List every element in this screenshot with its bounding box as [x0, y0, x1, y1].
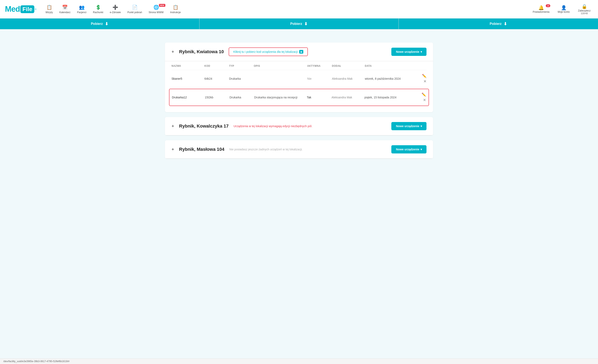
download-button-3[interactable]: Pobierz ⬇: [399, 18, 598, 29]
row-2-opis: Drukarka stacjonująca na recepcji: [254, 96, 307, 99]
location-2-warning: Urządzenia w tej lokalizacji wymagają ed…: [234, 124, 312, 128]
device-table-1: NAZWA KOD TYP OPIS AKTYWNA DODAŁ DATA Sk…: [165, 61, 433, 112]
location-3-new-device-arrow: ▾: [421, 148, 422, 151]
nav-pacjenci[interactable]: 👥 Pacjenci: [75, 3, 89, 16]
th-aktywna: AKTYWNA: [307, 65, 332, 67]
moje-konto-label: Moje konto: [558, 10, 570, 13]
row-2-delete-icon[interactable]: ✕: [423, 98, 426, 102]
row-2-dodal: Aleksandra Mak: [332, 96, 364, 99]
th-data: DATA: [365, 65, 414, 67]
logo-med: Med: [5, 5, 20, 14]
row-1-kod: 64k24: [204, 77, 229, 80]
logo-file: File: [20, 5, 34, 13]
location-2-new-device-label: Nowe urządzenie: [396, 124, 419, 128]
row-2-data: piątek, 15 listopada 2024: [364, 96, 414, 99]
wizyty-label: Wizyty: [45, 11, 53, 14]
location-1-expand-icon[interactable]: +: [172, 49, 174, 54]
lock-icon: 🔒: [581, 4, 587, 9]
punkt-pobran-icon: 📄: [132, 5, 138, 10]
logo[interactable]: Med File ®: [5, 5, 36, 14]
table-header-1: NAZWA KOD TYP OPIS AKTYWNA DODAŁ DATA: [172, 61, 426, 70]
download-icon-2: ⬇: [304, 21, 308, 26]
row-1-data: wtorek, 8 października 2024: [365, 77, 414, 80]
location-3-title: Rybnik, Masłowa 104: [179, 147, 224, 152]
download-label-2: Pobierz: [290, 22, 302, 26]
table-row-highlighted: Drukarka12 15l2kb Drukarka Drukarka stac…: [169, 89, 429, 106]
moje-konto-button[interactable]: 👤 Moje konto: [555, 3, 572, 15]
nav-wizyty[interactable]: 📋 Wizyty: [43, 3, 55, 16]
location-section-1: + Rybnik, Kwiatowa 10 Kliknij tu i pobie…: [165, 42, 433, 112]
location-3-new-device-label: Nowe urządzenie: [396, 148, 419, 151]
location-1-new-device-arrow: ▾: [421, 50, 422, 53]
nav-punkt-pobran[interactable]: 📄 Punkt pobrań: [125, 3, 144, 16]
location-3-info: Nie posiadasz jeszcze żadnych urządzeń w…: [229, 148, 302, 151]
location-2-new-device-button[interactable]: Nowe urządzenie ▾: [391, 122, 426, 130]
location-3-expand-icon[interactable]: +: [172, 147, 174, 152]
ezdrowie-icon: ➕: [112, 5, 118, 10]
download-label-3: Pobierz: [490, 22, 502, 26]
row-2-typ: Drukarka: [230, 96, 254, 99]
nav-rachunki[interactable]: 💲 Rachunki: [91, 3, 106, 16]
location-1-code-icon: ▣: [299, 50, 303, 54]
download-bars: Pobierz ⬇ Pobierz ⬇ Pobierz ⬇: [0, 18, 598, 29]
ezdrowie-label: e-Zdrowie: [110, 11, 121, 14]
row-1-edit-icon[interactable]: ✏️: [422, 74, 426, 78]
nav-strona-www[interactable]: NEW 🌐 Strona WWW: [146, 3, 166, 16]
status-url: /dex/facility_uuid/e3e3965e-39b3-0617-47…: [3, 360, 69, 363]
location-2-new-device-arrow: ▾: [421, 124, 422, 128]
row-1-typ: Drukarka: [229, 77, 254, 80]
download-bar-1: Pobierz ⬇: [0, 18, 199, 29]
download-bar-3: Pobierz ⬇: [399, 18, 598, 29]
nav-ezdrowie[interactable]: ➕ e-Zdrowie: [107, 3, 123, 16]
logo-reg: ®: [35, 8, 36, 10]
location-1-new-device-button[interactable]: Nowe urządzenie ▾: [391, 48, 426, 56]
location-3-new-device-button[interactable]: Nowe urządzenie ▾: [391, 145, 426, 154]
account-icon: 👤: [561, 5, 566, 10]
th-typ: TYP: [229, 65, 254, 67]
location-header-1: + Rybnik, Kwiatowa 10 Kliknij tu i pobie…: [165, 42, 433, 61]
navbar: Med File ® 📋 Wizyty 📅 Kalendarz 👥 Pacjen…: [0, 0, 598, 18]
nav-right: 13 🔔 Powiadomienia 👤 Moje konto 🔒 Zabezp…: [530, 2, 593, 16]
powiadomienia-button[interactable]: 13 🔔 Powiadomienia: [530, 3, 552, 15]
strona-www-icon: 🌐: [153, 5, 159, 10]
download-button-2[interactable]: Pobierz ⬇: [199, 18, 399, 29]
zabezpiecz-time: 119:43: [581, 12, 588, 15]
location-1-title: Rybnik, Kwiatowa 10: [179, 49, 224, 54]
th-actions: [414, 65, 426, 67]
nav-kalendarz[interactable]: 📅 Kalendarz: [57, 3, 73, 16]
status-bar: /dex/facility_uuid/e3e3965e-39b3-0617-47…: [0, 358, 598, 364]
punkt-pobran-label: Punkt pobrań: [127, 11, 142, 14]
download-button-1[interactable]: Pobierz ⬇: [0, 18, 199, 29]
row-2-aktywna: Tak: [307, 96, 332, 99]
kalendarz-icon: 📅: [62, 5, 68, 10]
instrukcje-label: Instrukcje: [170, 11, 181, 14]
pacjenci-icon: 👥: [79, 5, 84, 10]
spacer: [0, 29, 598, 36]
download-bar-2: Pobierz ⬇: [199, 18, 399, 29]
wizyty-icon: 📋: [46, 5, 52, 10]
location-1-code-label: Kliknij tu i pobierz kod urządzenia dla …: [233, 50, 298, 53]
download-icon-1: ⬇: [105, 21, 108, 26]
row-1-aktywna: Nie: [307, 77, 332, 80]
download-icon-3: ⬇: [504, 21, 507, 26]
location-2-expand-icon[interactable]: +: [172, 123, 174, 129]
strona-www-label: Strona WWW: [149, 11, 164, 14]
location-header-2: + Rybnik, Kowalczyka 17 Urządzenia w tej…: [165, 117, 433, 135]
zabezpiecz-button[interactable]: 🔒 Zabezpiecz 119:43: [576, 2, 593, 16]
th-opis: OPIS: [254, 65, 307, 67]
location-section-3: + Rybnik, Masłowa 104 Nie posiadasz jesz…: [165, 140, 433, 159]
download-label-1: Pobierz: [91, 22, 103, 26]
zabezpiecz-label: Zabezpiecz: [578, 9, 590, 12]
row-1-nazwa: Skaner5: [172, 77, 204, 80]
rachunki-label: Rachunki: [93, 11, 103, 14]
row-1-delete-icon[interactable]: ✕: [424, 79, 426, 84]
location-2-title: Rybnik, Kowalczyka 17: [179, 123, 229, 129]
row-2-kod: 15l2kb: [205, 96, 230, 99]
row-2-edit-icon[interactable]: ✏️: [422, 92, 426, 97]
nav-items: 📋 Wizyty 📅 Kalendarz 👥 Pacjenci 💲 Rachun…: [43, 3, 530, 16]
row-1-actions: ✏️ ✕: [414, 74, 426, 84]
nav-instrukcje[interactable]: 📋 Instrukcje: [168, 3, 183, 16]
location-1-code-button[interactable]: Kliknij tu i pobierz kod urządzenia dla …: [229, 48, 308, 56]
new-badge: NEW: [159, 4, 165, 7]
th-dodal: DODAŁ: [332, 65, 365, 67]
